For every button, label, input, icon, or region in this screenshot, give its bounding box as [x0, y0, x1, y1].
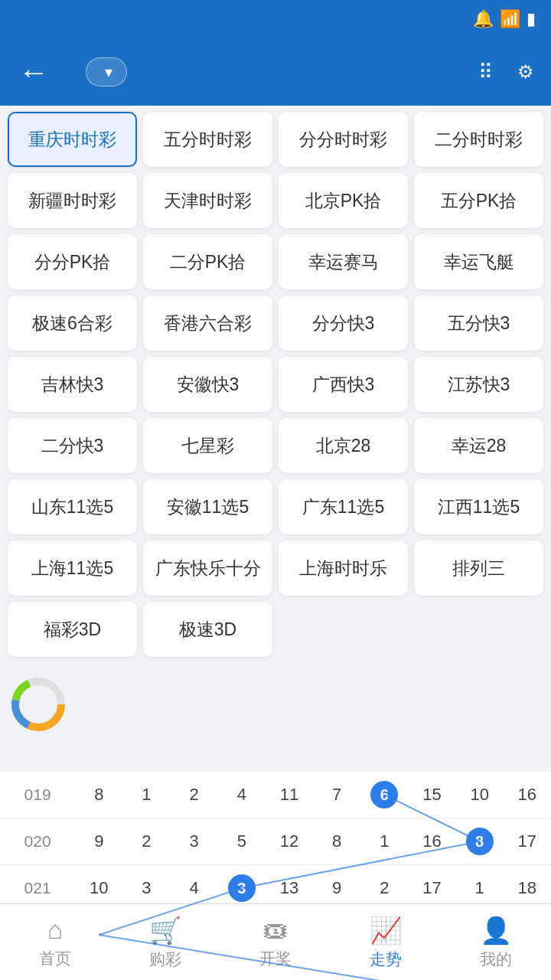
- table-row: 01981241176151016: [0, 772, 551, 818]
- trend-icon: 📈: [370, 915, 402, 946]
- lottery-item-7[interactable]: 五分PK拾: [414, 173, 543, 228]
- cell-1-7: 16: [408, 818, 455, 865]
- lottery-item-26[interactable]: 广东11选5: [279, 479, 408, 534]
- buy-icon: 🛒: [149, 915, 181, 946]
- home-icon: ⌂: [47, 915, 64, 945]
- lottery-item-29[interactable]: 广东快乐十分: [143, 541, 272, 596]
- svg-point-7: [15, 681, 61, 727]
- grid-icon: ⠿: [478, 60, 493, 84]
- mine-icon: 👤: [480, 915, 512, 946]
- svg-point-6: [15, 681, 61, 727]
- lottery-item-1[interactable]: 五分时时彩: [143, 112, 272, 167]
- helper-button[interactable]: ⚙: [517, 61, 539, 83]
- cell-0-5: 7: [313, 772, 360, 818]
- cell-0-3: 4: [218, 772, 266, 818]
- cell-0-1: 1: [122, 772, 170, 818]
- nav-item-mine[interactable]: 👤我的: [441, 904, 551, 980]
- nav-item-draw[interactable]: 🎟开奖: [220, 904, 331, 980]
- cell-0-0: 8: [75, 772, 122, 818]
- nav-item-buy[interactable]: 🛒购彩: [110, 904, 220, 980]
- cell-1-1: 2: [122, 818, 170, 865]
- lottery-item-6[interactable]: 北京PK拾: [279, 173, 408, 228]
- nav-item-home[interactable]: ⌂首页: [0, 904, 110, 980]
- nav-label-draw: 开奖: [259, 948, 292, 969]
- status-bar: 🔔 📶 ▮: [0, 0, 551, 38]
- cell-1-0: 9: [75, 818, 122, 865]
- lottery-item-8[interactable]: 分分PK拾: [8, 234, 137, 289]
- nav-label-mine: 我的: [480, 949, 512, 970]
- lottery-item-20[interactable]: 二分快3: [8, 418, 137, 473]
- lottery-item-31[interactable]: 排列三: [414, 541, 543, 596]
- lottery-item-12[interactable]: 极速6合彩: [8, 296, 137, 351]
- lottery-item-21[interactable]: 七星彩: [143, 418, 272, 473]
- lottery-item-17[interactable]: 安徽快3: [143, 357, 272, 412]
- chevron-down-icon: ▾: [105, 63, 112, 81]
- lottery-item-22[interactable]: 北京28: [279, 418, 408, 473]
- lottery-item-13[interactable]: 香港六合彩: [143, 296, 272, 351]
- lottery-item-16[interactable]: 吉林快3: [8, 357, 137, 412]
- bottom-nav: ⌂首页🛒购彩🎟开奖📈走势👤我的: [0, 903, 551, 980]
- lottery-item-33[interactable]: 极速3D: [143, 602, 272, 657]
- cell-0-8: 10: [456, 772, 504, 818]
- lottery-item-11[interactable]: 幸运飞艇: [414, 234, 543, 289]
- lottery-item-5[interactable]: 天津时时彩: [143, 173, 272, 228]
- lottery-item-30[interactable]: 上海时时乐: [279, 541, 408, 596]
- back-button[interactable]: ←: [12, 55, 55, 90]
- nav-label-buy: 购彩: [149, 949, 181, 970]
- draw-icon: 🎟: [262, 915, 289, 945]
- lottery-item-9[interactable]: 二分PK拾: [143, 234, 272, 289]
- svg-point-8: [15, 681, 61, 727]
- lottery-item-14[interactable]: 分分快3: [279, 296, 408, 351]
- svg-point-5: [15, 681, 61, 727]
- cell-1-9: 17: [504, 818, 551, 865]
- cell-1-4: 12: [266, 818, 313, 865]
- lottery-item-4[interactable]: 新疆时时彩: [8, 173, 137, 228]
- cell-0-7: 15: [408, 772, 455, 818]
- cell-0-6: 6: [360, 772, 408, 818]
- cell-1-2: 3: [171, 818, 218, 865]
- nav-label-home: 首页: [39, 948, 71, 969]
- lottery-grid: 重庆时时彩五分时时彩分分时时彩二分时时彩新疆时时彩天津时时彩北京PK拾五分PK拾…: [8, 112, 543, 657]
- header: ← ▾ ⠿ ⚙: [0, 38, 551, 106]
- lottery-item-25[interactable]: 安徽11选5: [143, 479, 272, 534]
- row-id: 020: [0, 818, 75, 865]
- nav-label-trend: 走势: [370, 949, 402, 970]
- cell-1-6: 1: [360, 818, 408, 865]
- lottery-item-23[interactable]: 幸运28: [414, 418, 543, 473]
- gear-icon: ⚙: [517, 61, 534, 83]
- lottery-item-10[interactable]: 幸运赛马: [279, 234, 408, 289]
- lottery-item-19[interactable]: 江苏快3: [414, 357, 543, 412]
- lottery-item-15[interactable]: 五分快3: [414, 296, 543, 351]
- wifi-icon: 📶: [500, 9, 520, 29]
- cell-1-8: 8: [456, 818, 504, 865]
- cell-1-3: 5: [218, 818, 266, 865]
- trend-dropdown[interactable]: ▾: [86, 57, 127, 87]
- lottery-item-27[interactable]: 江西11选5: [414, 479, 543, 534]
- notification-icon: 🔔: [473, 9, 494, 29]
- cell-0-9: 16: [504, 772, 551, 818]
- cell-1-5: 8: [313, 818, 360, 865]
- lottery-item-32[interactable]: 福彩3D: [8, 602, 137, 657]
- row-id: 019: [0, 772, 75, 818]
- cell-0-4: 11: [266, 772, 313, 818]
- cell-0-2: 2: [171, 772, 218, 818]
- nav-item-trend[interactable]: 📈走势: [331, 904, 441, 980]
- lottery-item-18[interactable]: 广西快3: [279, 357, 408, 412]
- lottery-item-3[interactable]: 二分时时彩: [414, 112, 543, 167]
- caizhong-button[interactable]: ⠿: [478, 60, 497, 84]
- status-icons: 🔔 📶 ▮: [473, 9, 536, 29]
- lottery-item-24[interactable]: 山东11选5: [8, 479, 137, 534]
- lottery-item-28[interactable]: 上海11选5: [8, 541, 137, 596]
- lottery-item-0[interactable]: 重庆时时彩: [8, 112, 137, 167]
- lottery-overlay: 重庆时时彩五分时时彩分分时时彩二分时时彩新疆时时彩天津时时彩北京PK拾五分PK拾…: [0, 106, 551, 665]
- battery-icon: ▮: [527, 9, 536, 29]
- lottery-item-2[interactable]: 分分时时彩: [279, 112, 408, 167]
- table-row: 0209235128116817: [0, 818, 551, 865]
